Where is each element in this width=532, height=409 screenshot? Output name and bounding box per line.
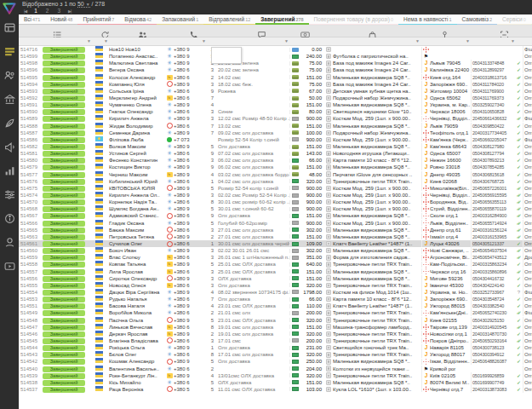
filter-dropdown-5[interactable]: ▼ [415, 38, 420, 43]
order-row[interactable]: 514594ЗавершенийКомпанец Юля+380 9318.02… [19, 81, 532, 88]
order-row[interactable]: 514544ЗавершенийРокіцька Ольга✳+380 91Ол… [19, 344, 532, 351]
tab-1[interactable]: Всі471 [19, 14, 45, 26]
order-row[interactable]: 514543ЗавершенийБєлов Олег✳+380 6817.01 … [19, 351, 532, 358]
tab-10[interactable]: Самовивіз2 [457, 14, 498, 26]
order-row[interactable]: 514547ЗавершенийЛиньков Вячеславlc+380 6… [19, 324, 532, 331]
page-button-3[interactable]: 3 [57, 8, 60, 14]
order-row[interactable]: 514549ЗавершенийВоробйов Микола✳+380 622… [19, 309, 532, 316]
sidebar-item-support[interactable] [0, 230, 19, 254]
carrier-icon-b [423, 116, 429, 122]
column-header-order-list[interactable] [53, 27, 63, 36]
order-row[interactable]: 514561ЗавершенийСучилов Олег+380 6130.01… [19, 240, 532, 247]
sidebar-item-crafts[interactable] [0, 111, 19, 135]
sidebar-item-dashboard[interactable] [0, 15, 19, 39]
order-row[interactable]: 514588ЗавершенийЖидак Володимир+380 6713… [19, 123, 532, 130]
order-row[interactable]: 514598ЗавершенийМалютина Светлана✳+380 9… [19, 60, 532, 66]
tab-8[interactable]: Повернення товару (в дорозі)0 [309, 14, 398, 26]
order-row[interactable]: 514542ЗавершенийКошмак Александр+380 95О… [19, 358, 532, 365]
sidebar-item-clients[interactable] [0, 63, 19, 87]
tab-7[interactable]: Завершений278 [255, 14, 308, 26]
sidebar-item-video-tutorials[interactable] [0, 254, 19, 278]
tab-5[interactable]: Запакований1 [157, 14, 203, 26]
order-row[interactable]: 514586ЗавершенийФіліпова Люба+7 073Розмі… [19, 136, 532, 143]
order-row[interactable]: 514579ЗавершенийКостищин Виктор✳+380 990… [19, 164, 532, 170]
filter-dropdown-2[interactable]: ▼ [104, 38, 108, 43]
order-row[interactable]: 514565ЗавершенийБаюка Максим+380 6327.01… [19, 227, 532, 233]
order-row[interactable]: 514581ЗавершенийУстинов Сергей✳+380 6907… [19, 150, 532, 157]
order-row[interactable]: 514593ЗавершенийСольська Іріна✳+380 69Ро… [19, 88, 532, 95]
order-row[interactable]: 514555ЗавершенийНовосад Олесяlc+380 63Ол… [19, 282, 532, 289]
order-row[interactable]: 514570ЗавершенийКорнелюк Надія Та..✳+380… [19, 199, 532, 205]
order-row[interactable]: 514556ЗавершенийСиротюк Олександр+380 93… [19, 275, 532, 282]
order-row[interactable]: 514576ЗавершенийКобилинський Юрий✳+380 6… [19, 178, 532, 185]
order-row[interactable]: 514546ЗавершенийДеркач Ярославlc+380 921… [19, 331, 532, 337]
column-header-payment[interactable] [300, 27, 311, 36]
order-row[interactable]: 514559ЗавершенийВлас Слотюуlc+380 6326.0… [19, 254, 532, 261]
order-row[interactable]: 514596ЗавершенийВегера Оксана✳+380 6320.… [19, 66, 532, 73]
sidebar-item-bank[interactable] [0, 87, 19, 111]
filter-dropdown-4[interactable]: ▼ [284, 38, 289, 43]
order-row[interactable]: 514574ЗавершенийКирилич Анжела Ол..✳+380… [19, 192, 532, 199]
column-header-product[interactable] [368, 27, 378, 36]
order-row[interactable]: 514580ЗавершенийФесенко Константин✳+380 … [19, 157, 532, 164]
order-row[interactable]: 514595ЗавершенийКолосок Александрlc+380 … [19, 74, 532, 81]
client-name: Мерклингер Андрей [109, 95, 165, 101]
column-header-delivery-address[interactable] [440, 27, 450, 36]
first-page-button[interactable]: |◀ [24, 9, 26, 14]
tab-11[interactable]: Сервіси0 [497, 14, 531, 26]
order-row[interactable]: 514592ЗавершенийМерклингер Андрейlc+380 … [19, 95, 532, 101]
order-row[interactable]: 514538ЗавершенийКісь Михайло✳+380 65ОЛХ … [19, 379, 532, 386]
order-row[interactable]: 514540ЗавершенийВалентина Василье..✳+380… [19, 365, 532, 372]
tab-9[interactable]: Нема в наявності1 [398, 14, 457, 26]
tab-2[interactable]: Новий48 [45, 14, 77, 26]
order-row[interactable]: 514539ЗавершенийРоке-Бетанкурт Лін..lc+3… [19, 372, 532, 379]
delivery-address: Сколе отд.1 [430, 212, 471, 219]
sidebar-item-marketing[interactable] [0, 135, 19, 158]
order-row[interactable]: 514545ЗавершенийБлагінна Владіслава+380 … [19, 337, 532, 344]
column-header-tracking-number[interactable] [500, 27, 510, 36]
page-button-2[interactable]: 2 [46, 8, 49, 14]
order-row[interactable]: 514553ЗавершенийРудько Наталья✳+380 67Ол… [19, 296, 532, 302]
order-row[interactable]: 514551ЗавершенийБасова Наталя✳+380 9423.… [19, 302, 532, 309]
order-row[interactable]: 514548ЗавершенийПасічна Ольга+380 9523.0… [19, 316, 532, 323]
order-row[interactable]: 514537ЗавершенийРаца Вероніка+380 5511.0… [19, 386, 532, 393]
order-row[interactable]: 514599ЗавершенийПотапенко Анастас..✳+380… [19, 53, 532, 60]
comment: 06.02 смс олх доставка [218, 164, 289, 170]
last-page-button[interactable]: ▶| [68, 9, 71, 14]
sidebar-item-statistics[interactable] [0, 158, 19, 182]
order-row[interactable]: 514563ЗавершенийПетровська Тетяна+380 92… [19, 233, 532, 240]
order-row[interactable]: 514575ЗавершенийКВІТОВСЬКА ЮЛІЯ+380 95Ро… [19, 185, 532, 192]
filter-dropdown-6[interactable]: ▼ [466, 38, 470, 43]
column-header-source[interactable] [100, 27, 111, 36]
tab-3[interactable]: Прийнятий7 [77, 14, 119, 26]
filter-dropdown-3[interactable]: ▼ [202, 38, 206, 43]
order-row[interactable]: 514558ЗавершенийКовпак Татьянаlc+380 952… [19, 261, 532, 268]
tab-6[interactable]: Відправлений12 [203, 14, 255, 26]
sidebar-item-settings[interactable] [0, 182, 19, 206]
order-row[interactable]: 514567ЗавершенийАдамовский Станис..+380 … [19, 212, 532, 219]
order-row[interactable]: 514587ЗавершенийСеменюк Дарина✳+380 9709… [19, 130, 532, 136]
page-button-1[interactable]: 1 [34, 8, 37, 14]
sidebar-item-orders[interactable] [0, 39, 19, 63]
column-header-phone[interactable] [189, 27, 199, 36]
app-logo-icon[interactable] [0, 0, 19, 15]
order-row[interactable]: 514716ЗавершенийНов10 Нов10✳+380 92Выца0… [19, 46, 532, 53]
order-row[interactable]: 514590ЗавершенийГнатюк Олександр✳+380 63… [19, 108, 532, 115]
order-row[interactable]: 514591ЗавершенийЧумаченко Олена✳+380 941… [19, 101, 532, 108]
order-row[interactable]: 514560ЗавершенийБокоч Иван✳+380 9302.02 … [19, 247, 532, 254]
amount: 302.00 [299, 227, 324, 233]
sidebar-item-info[interactable] [0, 206, 19, 230]
filter-dropdown-1[interactable]: ▼ [87, 38, 91, 43]
tab-4[interactable]: Відмова42 [119, 14, 157, 26]
order-row[interactable]: 514589ЗавершенийКирилич Анжела✳+380 9312… [19, 115, 532, 122]
column-header-comment[interactable] [257, 27, 267, 36]
page-size-dropdown[interactable]: 50 ▼ [77, 1, 90, 8]
column-header-client[interactable] [138, 27, 148, 36]
order-row[interactable]: 514577ЗавершенийЧерниш Максимlc+380 9403… [19, 171, 532, 178]
order-row[interactable]: 514554ЗавершенийДацюк Віра Сергіївна✳+38… [19, 289, 532, 296]
filter-dropdown-7[interactable]: ▼ [511, 38, 515, 43]
order-row[interactable]: 514557ЗавершенийЛила Ярославlc+380 6325.… [19, 268, 532, 275]
order-row[interactable]: 514566ЗавершенийГладик Оксана✳+380 95Гол… [19, 220, 532, 227]
order-row[interactable]: 514568ЗавершенийШумляс Богдана Ан..✳+380… [19, 205, 532, 212]
order-row[interactable]: 514582ЗавершенийВолков Максим✳+380 95Олх… [19, 143, 532, 150]
